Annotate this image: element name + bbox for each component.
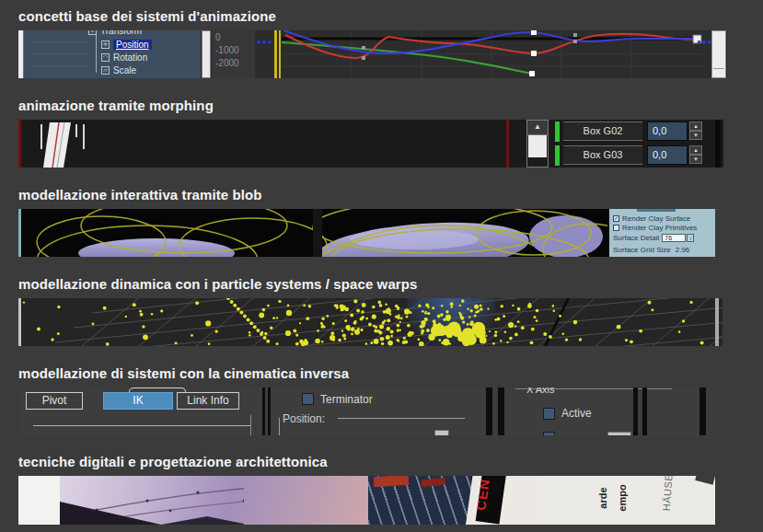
topic-section-particles: modellazione dinamica con i particle sys… <box>18 275 723 346</box>
glass-building <box>368 476 476 525</box>
topic-title[interactable]: tecniche digitali e progettazione archit… <box>18 453 715 470</box>
groupbox-line <box>338 418 465 419</box>
tree-item-position: ✛ Position <box>101 39 152 51</box>
surface-detail-field: 76 <box>662 234 686 242</box>
topic-banner-morphing[interactable]: ▲ Box G02 0,0 ▲ ▼ Box G03 0,0 ▲ ▼ <box>18 120 723 168</box>
curve-axis-values: 0 -1000 -2000 <box>212 30 255 78</box>
panel-red-edge <box>506 120 509 168</box>
roof-creases <box>60 476 244 525</box>
panel-separator <box>262 387 265 435</box>
clipped-checkbox-icon <box>543 432 555 435</box>
clay-render-panel: ✓ Render Clay Surface Render Clay Primit… <box>607 209 715 257</box>
rotation-icon: ◠ <box>101 53 110 62</box>
magazine-title-fragment: HÄUSE <box>661 476 675 512</box>
tree-item-transform: ≡ Transform <box>88 30 142 37</box>
panel-separator <box>486 387 492 435</box>
active-label: Active <box>561 407 592 420</box>
viewport-right-edge <box>715 298 719 346</box>
groupbox-edge <box>279 418 280 435</box>
spinner-down-icon: ▼ <box>689 155 702 164</box>
morph-scrollbar: ▲ <box>526 120 549 168</box>
panel-separator <box>642 387 647 435</box>
topic-title[interactable]: modellazione di sistemi con la cinematic… <box>18 364 714 382</box>
panel-separator <box>699 387 706 435</box>
time-slider-line <box>279 30 281 78</box>
position-group-label: Position: <box>283 412 325 425</box>
topic-title[interactable]: modellazione interattiva tramite blob <box>18 186 715 203</box>
track-dots-icon: ●●● <box>257 38 273 46</box>
topic-title[interactable]: concetti base dei sistemi d'animazione <box>18 7 727 25</box>
option-render-clay-surface: ✓ Render Clay Surface <box>613 214 690 223</box>
active-checkbox-icon <box>543 408 555 420</box>
course-topics-page: concetti base dei sistemi d'animazione ≡… <box>0 0 763 532</box>
terminator-checkbox-icon <box>302 393 314 405</box>
topic-title[interactable]: animazione tramite morphing <box>18 97 723 114</box>
spinner-stub <box>434 430 449 435</box>
spinner-down-icon: ▼ <box>689 131 702 140</box>
topic-banner-inverse-kinematics[interactable]: Pivot IK Link Info Terminator Position: … <box>18 387 714 435</box>
scrollbar-handle <box>528 135 547 157</box>
checkbox-icon <box>613 225 619 231</box>
topic-banner-animation-basics[interactable]: ≡ Transform ✛ Position ◠ Rotation ▱ Scal… <box>18 30 727 78</box>
topic-title[interactable]: modellazione dinamica con i particle sys… <box>18 275 723 293</box>
function-curves-editor <box>282 30 703 78</box>
panel-separator <box>498 387 504 435</box>
topic-section-morphing: animazione tramite morphing ▲ Box G02 0,… <box>18 97 723 168</box>
topic-banner-particles[interactable] <box>18 298 723 346</box>
clipped-field-stub <box>607 432 631 435</box>
scroll-up-icon: ▲ <box>527 121 548 135</box>
spinner-icon: ↕ <box>687 234 694 242</box>
spine-red-text: CEN <box>476 478 492 512</box>
checkbox-checked-icon: ✓ <box>613 215 619 222</box>
spine-text: arde <box>597 487 608 508</box>
morph-tick <box>83 124 85 149</box>
tree-item-label-selected: Position <box>113 40 152 50</box>
topic-banner-blob[interactable]: ✓ Render Clay Surface Render Clay Primit… <box>18 209 715 257</box>
terminator-label: Terminator <box>320 393 373 406</box>
morph-target-value: 0,0 <box>647 145 688 165</box>
rivet-dots <box>95 480 244 512</box>
morph-target-name: Box G02 <box>563 121 642 141</box>
panel-separator <box>633 387 638 435</box>
viewport-left-edge <box>18 298 21 346</box>
surface-grid-size-row: Surface Grid Size 2.96 <box>613 246 689 254</box>
magazine-spine: CEN <box>465 476 541 525</box>
tree-item-rotation: ◠ Rotation <box>101 52 147 64</box>
trackview-right-scrollbar <box>711 30 726 78</box>
spinner-up-icon: ▲ <box>689 121 702 131</box>
morph-tick <box>75 124 77 137</box>
trackview-hierarchy-panel: ≡ Transform ✛ Position ◠ Rotation ▱ Scal… <box>24 30 201 78</box>
value-spinner: ▲ ▼ <box>689 145 702 165</box>
spine-black-label: CEN <box>476 476 507 525</box>
tab-ik-active: IK <box>103 392 173 410</box>
morph-target-shape <box>18 120 129 168</box>
tree-item-label: Scale <box>113 65 136 75</box>
transform-icon: ≡ <box>88 30 97 35</box>
particle-viewport-art <box>18 298 723 346</box>
morph-target-name: Box G03 <box>563 145 642 165</box>
spine-text: empo <box>617 484 628 511</box>
position-icon: ✛ <box>101 40 110 49</box>
trackview-divider-scrollbar <box>202 30 211 78</box>
viewport-left-edge <box>18 209 21 257</box>
topic-section-animation-basics: concetti base dei sistemi d'animazione ≡… <box>18 7 727 78</box>
magazine-cover-area: arde empo HÄUSE <box>531 476 715 525</box>
tab-pivot: Pivot <box>26 392 83 410</box>
option-render-clay-primitives: Render Clay Primitives <box>613 224 697 232</box>
panel-separator <box>268 387 271 435</box>
scale-icon: ▱ <box>101 66 110 75</box>
value-spinner: ▲ ▼ <box>689 121 702 141</box>
spinner-up-icon: ▲ <box>689 145 702 155</box>
morph-weight-bar <box>555 145 560 166</box>
tree-item-label: Rotation <box>113 52 147 63</box>
topic-section-architecture: tecniche digitali e progettazione archit… <box>18 453 715 525</box>
track-dots-icon: ●●● <box>697 38 713 46</box>
morph-weight-bar <box>555 121 560 142</box>
surface-detail-row: Surface Detail 76 ↕ <box>613 234 694 242</box>
viewport-gap <box>313 209 322 257</box>
tree-item-scale: ▱ Scale <box>101 64 136 76</box>
topic-section-blob: modellazione interattiva tramite blob <box>18 186 715 257</box>
perspective-grid <box>18 298 723 346</box>
panel-black-edge <box>715 120 721 168</box>
topic-banner-architecture[interactable]: arde empo HÄUSE CEN <box>18 476 715 525</box>
